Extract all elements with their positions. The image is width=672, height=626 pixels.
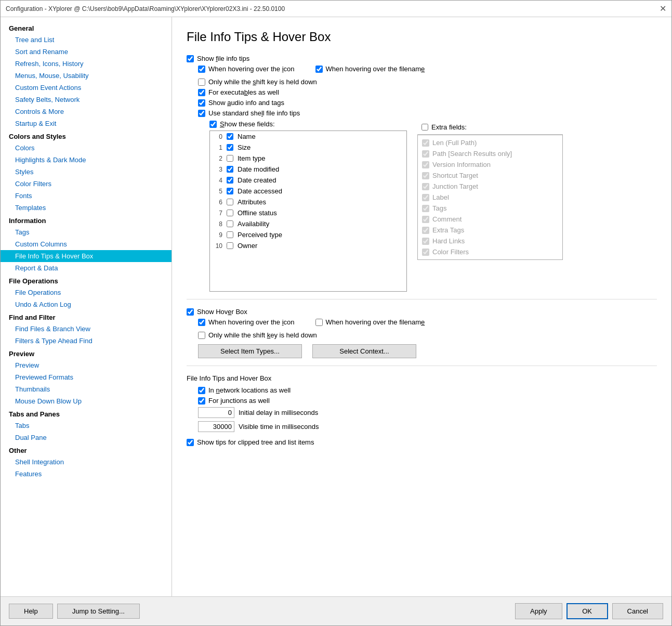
- field-checkbox-3[interactable]: [227, 166, 233, 173]
- sidebar-item-safety-belts-network[interactable]: Safety Belts, Network: [1, 94, 172, 106]
- sidebar-item-preview[interactable]: Preview: [1, 359, 172, 371]
- for-junctions-checkbox[interactable]: [198, 397, 205, 405]
- fields-list: 0Name1Size2Item type3Date modified4Date …: [209, 131, 407, 292]
- field-label-5: Date accessed: [238, 187, 282, 195]
- field-checkbox-5[interactable]: [227, 188, 233, 194]
- show-hover-box-label: Show Hover Box: [197, 308, 247, 316]
- field-checkbox-8[interactable]: [227, 220, 233, 227]
- help-button[interactable]: Help: [9, 604, 53, 619]
- sidebar-item-previewed-formats[interactable]: Previewed Formats: [1, 371, 172, 383]
- sidebar-item-tree-and-list[interactable]: Tree and List: [1, 34, 172, 46]
- hover-box-icon-checkbox[interactable]: [198, 319, 205, 326]
- sidebar-item-shell-integration[interactable]: Shell Integration: [1, 456, 172, 468]
- sidebar-item-thumbnails[interactable]: Thumbnails: [1, 383, 172, 395]
- hover-icon-checkbox[interactable]: [198, 66, 205, 73]
- use-standard-checkbox[interactable]: [198, 110, 205, 117]
- field-checkbox-7[interactable]: [227, 210, 233, 216]
- show-tips-clipped-row: Show tips for clipped tree and list item…: [187, 438, 657, 446]
- sidebar-item-report-data[interactable]: Report & Data: [1, 262, 172, 274]
- extra-field-checkbox-2[interactable]: [422, 161, 429, 168]
- field-checkbox-6[interactable]: [227, 199, 233, 205]
- hover-filename-checkbox[interactable]: [315, 66, 323, 73]
- hover-box-icon-row: When hovering over the icon: [198, 318, 295, 326]
- visible-time-input[interactable]: [198, 421, 234, 432]
- sidebar-item-file-info-tips-hover-box[interactable]: File Info Tips & Hover Box: [1, 250, 172, 262]
- apply-button[interactable]: Apply: [515, 603, 562, 619]
- show-fields-label: Show these fields:: [220, 120, 275, 128]
- select-item-types-button[interactable]: Select Item Types...: [198, 344, 302, 358]
- field-checkbox-1[interactable]: [227, 144, 233, 151]
- field-checkbox-0[interactable]: [227, 133, 233, 140]
- sidebar-item-file-operations[interactable]: File Operations: [1, 286, 172, 298]
- sidebar-item-find-files-branch-view[interactable]: Find Files & Branch View: [1, 323, 172, 335]
- field-checkbox-4[interactable]: [227, 177, 233, 184]
- hover-box-filename-checkbox[interactable]: [315, 319, 323, 326]
- footer-left: Help Jump to Setting...: [9, 604, 140, 619]
- sidebar-item-filters-type-ahead-find[interactable]: Filters & Type Ahead Find: [1, 335, 172, 347]
- sidebar-item-dual-pane[interactable]: Dual Pane: [1, 432, 172, 444]
- extra-field-checkbox-5[interactable]: [422, 194, 429, 201]
- field-label-10: Owner: [238, 242, 257, 250]
- title-bar-text: Configuration - XYplorer @ C:\Users\bob9…: [6, 5, 285, 12]
- only-shift-row: Only while the shift key is held down: [198, 78, 657, 86]
- sidebar-item-tabs[interactable]: Tabs: [1, 420, 172, 432]
- sidebar-item-mouse-down-blow-up[interactable]: Mouse Down Blow Up: [1, 395, 172, 407]
- ok-button[interactable]: OK: [566, 603, 608, 619]
- sidebar-item-features[interactable]: Features: [1, 468, 172, 480]
- hover-box-shift-checkbox[interactable]: [198, 332, 205, 339]
- sidebar-item-color-filters[interactable]: Color Filters: [1, 178, 172, 190]
- extra-field-checkbox-8[interactable]: [422, 227, 429, 234]
- field-checkbox-2[interactable]: [227, 155, 233, 162]
- show-file-info-checkbox[interactable]: [187, 55, 194, 62]
- hover-icon-label: When hovering over the icon: [208, 65, 295, 73]
- extra-field-checkbox-0[interactable]: [422, 139, 429, 147]
- network-locations-checkbox[interactable]: [198, 387, 205, 394]
- sidebar-item-startup-exit[interactable]: Startup & Exit: [1, 118, 172, 129]
- sidebar-item-menus-mouse-usability[interactable]: Menus, Mouse, Usability: [1, 70, 172, 82]
- show-tips-clipped-checkbox[interactable]: [187, 439, 194, 446]
- sidebar-item-templates[interactable]: Templates: [1, 202, 172, 214]
- field-checkbox-9[interactable]: [227, 231, 233, 238]
- sidebar-item-undo-action-log[interactable]: Undo & Action Log: [1, 298, 172, 310]
- extra-field-checkbox-9[interactable]: [422, 238, 429, 245]
- show-fields-checkbox[interactable]: [209, 121, 217, 128]
- sidebar-item-controls-more[interactable]: Controls & More: [1, 106, 172, 118]
- sidebar-item-tags[interactable]: Tags: [1, 226, 172, 238]
- field-label-7: Offline status: [238, 209, 277, 217]
- field-item-3: 3Date modified: [210, 164, 406, 175]
- sidebar-item-styles[interactable]: Styles: [1, 166, 172, 178]
- close-icon[interactable]: ✕: [660, 4, 666, 14]
- field-checkbox-10[interactable]: [227, 242, 233, 249]
- extra-field-checkbox-6[interactable]: [422, 205, 429, 212]
- extra-fields-checkbox[interactable]: [421, 124, 428, 131]
- cancel-button[interactable]: Cancel: [612, 603, 663, 619]
- for-junctions-row: For junctions as well: [198, 397, 657, 405]
- field-item-6: 6Attributes: [210, 197, 406, 207]
- field-item-8: 8Availability: [210, 218, 406, 229]
- sidebar-item-fonts[interactable]: Fonts: [1, 190, 172, 202]
- extra-field-label-8: Extra Tags: [432, 226, 464, 234]
- sidebar-item-refresh-icons-history[interactable]: Refresh, Icons, History: [1, 58, 172, 70]
- only-shift-checkbox[interactable]: [198, 79, 205, 86]
- sidebar-item-highlights-dark-mode[interactable]: Highlights & Dark Mode: [1, 154, 172, 166]
- extra-field-label-6: Tags: [432, 204, 446, 212]
- jump-to-setting-button[interactable]: Jump to Setting...: [57, 604, 140, 619]
- show-hover-box-checkbox[interactable]: [187, 308, 194, 316]
- extra-field-checkbox-4[interactable]: [422, 183, 429, 190]
- select-context-button[interactable]: Select Context...: [312, 344, 416, 358]
- extra-field-checkbox-7[interactable]: [422, 216, 429, 223]
- hover-box-icon-label: When hovering over the icon: [208, 318, 295, 326]
- initial-delay-input[interactable]: [198, 407, 234, 418]
- sidebar-item-sort-and-rename[interactable]: Sort and Rename: [1, 46, 172, 58]
- sidebar-item-custom-columns[interactable]: Custom Columns: [1, 238, 172, 250]
- extra-field-label-4: Junction Target: [432, 182, 478, 190]
- extra-field-checkbox-10[interactable]: [422, 249, 429, 256]
- sidebar-item-custom-event-actions[interactable]: Custom Event Actions: [1, 82, 172, 94]
- sidebar-item-colors[interactable]: Colors: [1, 142, 172, 154]
- content-area: File Info Tips & Hover Box Show file inf…: [172, 17, 671, 596]
- extra-field-checkbox-3[interactable]: [422, 172, 429, 179]
- for-executables-checkbox[interactable]: [198, 89, 205, 96]
- extra-field-item-3: Shortcut Target: [422, 170, 558, 181]
- extra-field-checkbox-1[interactable]: [422, 150, 429, 158]
- show-audio-checkbox[interactable]: [198, 99, 205, 107]
